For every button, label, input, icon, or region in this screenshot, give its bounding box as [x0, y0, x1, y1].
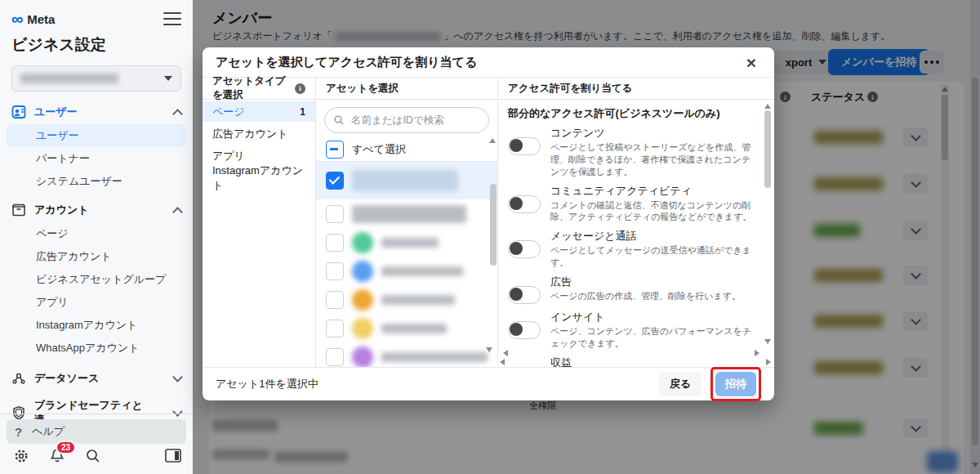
sidebar-item-business-asset-groups[interactable]: ビジネスアセットグループ	[0, 268, 193, 291]
back-button[interactable]: 戻る	[658, 372, 702, 396]
asset-row[interactable]	[316, 228, 497, 257]
sidebar-item-label: システムユーザー	[36, 174, 122, 189]
permissions-scrollbar-thumb[interactable]	[764, 110, 771, 188]
notifications-button[interactable]: 23	[49, 448, 65, 464]
scroll-left-arrow[interactable]	[503, 350, 508, 356]
sidebar-section-accounts[interactable]: アカウント	[0, 198, 193, 222]
redacted-asset	[352, 170, 458, 191]
divider	[0, 414, 193, 414]
menu-icon[interactable]	[163, 12, 181, 25]
collapse-sidebar-icon[interactable]	[165, 449, 181, 463]
scroll-right-arrow[interactable]	[755, 350, 760, 356]
chevron-down-icon	[172, 372, 183, 382]
scroll-left-arrow[interactable]	[500, 359, 505, 365]
sidebar-item-label: ビジネスアセットグループ	[36, 272, 166, 287]
asset-checkbox[interactable]	[326, 262, 344, 280]
sidebar-item-instagram-accounts[interactable]: Instagramアカウント	[0, 314, 193, 337]
asset-checkbox[interactable]	[326, 234, 344, 252]
shield-icon	[11, 405, 26, 420]
asset-row[interactable]	[316, 285, 497, 314]
scroll-right-arrow[interactable]	[766, 359, 771, 365]
asset-search[interactable]	[324, 107, 489, 133]
sidebar-item-users[interactable]: ユーザー	[7, 124, 186, 147]
business-selector[interactable]	[11, 65, 181, 92]
help-button[interactable]: ? ヘルプ	[7, 419, 186, 444]
permission-item-ads: 広告 ページの広告の作成、管理、削除を行います。	[508, 275, 756, 304]
sidebar-item-ad-accounts[interactable]: 広告アカウント	[0, 245, 193, 268]
sidebar-item-whatsapp-accounts[interactable]: WhatsAppアカウント	[0, 337, 193, 360]
asset-type-column: アセットタイプを選択 ページ 1 広告アカウント アプリ Instagramアカ…	[203, 78, 316, 367]
redacted-asset	[381, 238, 439, 248]
dialog-hscrollbar[interactable]	[498, 358, 773, 366]
select-all-row[interactable]: すべて選択	[316, 138, 497, 162]
sidebar-section-data-sources[interactable]: データソース	[0, 366, 193, 391]
select-all-checkbox[interactable]	[326, 141, 344, 159]
scroll-down-arrow[interactable]	[486, 347, 492, 352]
asset-avatar	[352, 347, 373, 368]
messages-toggle[interactable]	[508, 240, 541, 258]
sidebar-item-pages[interactable]: ページ	[0, 222, 193, 245]
asset-row[interactable]	[316, 199, 497, 228]
asset-row[interactable]	[316, 342, 497, 367]
asset-checkbox-checked[interactable]	[326, 172, 344, 190]
search-icon[interactable]	[85, 448, 101, 464]
sidebar-section-users[interactable]: ユーザー	[0, 100, 193, 124]
chevron-up-icon	[172, 207, 183, 217]
permission-item-community-activity: コミュニティアクティビティ コメントの確認と返信、不適切なコンテンツの削除、アク…	[508, 184, 756, 224]
sidebar-item-label: ユーザー	[36, 128, 79, 143]
close-icon[interactable]	[742, 52, 761, 72]
permission-item-content: コンテンツ ページとして投稿やストーリーズなどを作成、管理、削除できるほか、著作…	[508, 126, 756, 178]
asset-checkbox[interactable]	[326, 205, 344, 223]
asset-checkbox[interactable]	[326, 348, 344, 366]
sidebar-item-label: Instagramアカウント	[36, 318, 137, 333]
notification-badge: 23	[56, 440, 76, 454]
sidebar-section-data-sources-label: データソース	[34, 371, 99, 386]
sidebar-section-accounts-label: アカウント	[34, 203, 89, 217]
asset-type-label: 広告アカウント	[212, 127, 288, 141]
asset-type-header: アセットタイプを選択	[212, 74, 290, 102]
permissions-hscrollbar[interactable]	[501, 349, 761, 357]
invite-button[interactable]: 招待	[715, 372, 756, 396]
redacted-asset	[381, 324, 447, 333]
asset-type-instagram-accounts[interactable]: Instagramアカウント	[203, 168, 315, 188]
asset-type-ad-accounts[interactable]: 広告アカウント	[203, 123, 315, 144]
sidebar-item-label: WhatsAppアカウント	[36, 341, 140, 356]
community-activity-toggle[interactable]	[508, 195, 541, 213]
permission-title: インサイト	[550, 310, 756, 324]
insights-toggle[interactable]	[508, 321, 541, 339]
sidebar-section-users-label: ユーザー	[34, 105, 78, 119]
assign-assets-dialog: アセットを選択してアクセス許可を割り当てる アセットタイプを選択 ページ 1 広…	[203, 47, 774, 400]
asset-type-label: ページ	[212, 105, 245, 119]
scroll-down-arrow[interactable]	[764, 339, 771, 344]
asset-row[interactable]	[316, 257, 497, 285]
permission-title: コンテンツ	[550, 126, 756, 141]
permission-description: コメントの確認と返信、不適切なコンテンツの削除、アクティティビティの報告などがで…	[550, 199, 756, 224]
sidebar-item-system-users[interactable]: システムユーザー	[0, 170, 193, 193]
asset-checkbox[interactable]	[326, 291, 344, 309]
redacted-asset	[352, 205, 466, 223]
asset-row[interactable]	[316, 314, 497, 342]
scroll-up-arrow[interactable]	[764, 104, 771, 109]
sidebar-item-label: アプリ	[36, 295, 69, 310]
content-toggle[interactable]	[508, 137, 541, 155]
selection-status: アセット1件を選択中	[216, 377, 318, 391]
permission-title: コミュニティアクティビティ	[550, 184, 756, 199]
asset-list-scrollbar-thumb[interactable]	[490, 184, 497, 266]
sidebar-item-label: パートナー	[36, 151, 90, 166]
sidebar-item-apps[interactable]: アプリ	[0, 291, 193, 314]
info-icon[interactable]	[295, 83, 305, 94]
asset-type-pages[interactable]: ページ 1	[203, 101, 315, 122]
sidebar-item-partners[interactable]: パートナー	[0, 147, 193, 170]
asset-search-input[interactable]	[350, 114, 475, 127]
redacted-asset	[381, 266, 463, 276]
permission-description: ページの広告の作成、管理、削除を行います。	[550, 290, 756, 302]
asset-row-selected[interactable]	[316, 162, 497, 199]
sidebar-nav: ユーザー ユーザー パートナー システムユーザー アカウント ページ 広告アカウ…	[0, 100, 193, 425]
asset-checkbox[interactable]	[326, 320, 344, 338]
ads-toggle[interactable]	[508, 286, 541, 304]
annotation-highlight-box: 招待	[710, 367, 761, 401]
gear-icon[interactable]	[13, 448, 29, 464]
meta-infinity-icon: ∞	[11, 11, 23, 27]
scroll-up-arrow[interactable]	[489, 138, 496, 143]
redacted-asset	[381, 352, 488, 362]
